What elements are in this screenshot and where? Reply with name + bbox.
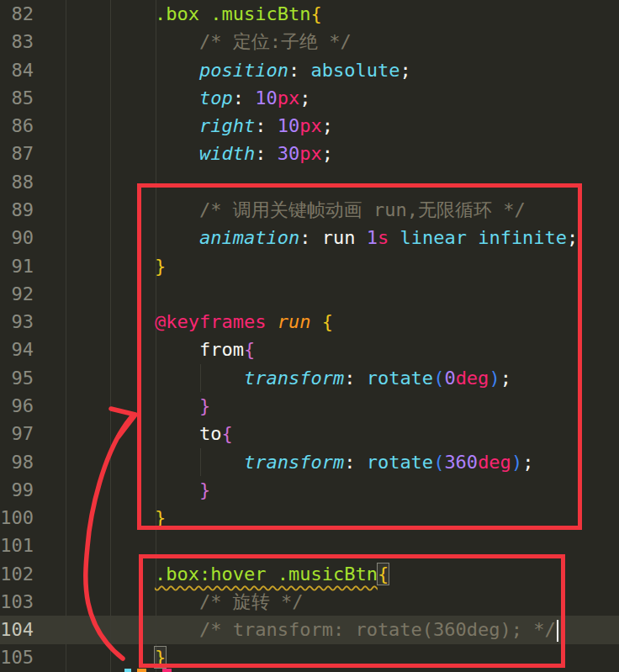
code-token: ; <box>322 143 333 164</box>
code-token: /* 定位:子绝 */ <box>199 31 352 52</box>
code-line-content: .box .musicBtn{ <box>34 0 619 28</box>
code-token <box>66 87 199 108</box>
line-number[interactable]: 105 <box>0 643 34 671</box>
code-line-content: right: 10px; <box>34 112 619 140</box>
code-line[interactable]: 82 .box .musicBtn{ <box>0 0 619 28</box>
code-line[interactable]: 84 position: absolute; <box>0 56 619 84</box>
line-number[interactable]: 84 <box>0 56 34 84</box>
line-number[interactable]: 93 <box>0 308 34 336</box>
code-line[interactable]: 85 top: 10px; <box>0 84 619 112</box>
code-token: : <box>255 115 278 136</box>
line-number[interactable]: 104 <box>0 616 34 643</box>
line-number[interactable]: 102 <box>0 560 34 588</box>
code-token <box>66 115 199 136</box>
line-number[interactable]: 96 <box>0 392 34 420</box>
code-token: absolute <box>310 60 399 81</box>
code-token: top <box>199 87 233 108</box>
code-token: .box .musicBtn <box>155 3 310 24</box>
annotation-rect-1 <box>137 183 582 530</box>
code-token: right <box>199 115 255 136</box>
line-number[interactable]: 97 <box>0 420 34 447</box>
line-number[interactable]: 82 <box>0 0 34 28</box>
partial-glyph-fragment <box>162 669 172 672</box>
line-number[interactable]: 98 <box>0 448 34 476</box>
code-token: 30 <box>278 143 300 164</box>
code-token: : <box>233 87 256 108</box>
line-number[interactable]: 88 <box>0 168 34 196</box>
code-token: position <box>199 60 288 81</box>
code-token: px <box>299 143 322 164</box>
code-token: ; <box>399 60 410 81</box>
line-number[interactable]: 85 <box>0 84 34 112</box>
code-token: { <box>310 3 321 24</box>
line-number[interactable]: 86 <box>0 112 34 140</box>
code-token: px <box>278 87 300 108</box>
code-token: 10 <box>255 87 278 108</box>
code-line-content: width: 30px; <box>34 140 619 167</box>
code-line[interactable]: 83 /* 定位:子绝 */ <box>0 28 619 56</box>
line-number[interactable]: 87 <box>0 140 34 167</box>
code-token <box>66 31 199 52</box>
annotation-rect-2 <box>139 554 565 668</box>
code-token: width <box>199 143 255 164</box>
code-line-content: /* 定位:子绝 */ <box>34 28 619 56</box>
line-number[interactable]: 92 <box>0 280 34 308</box>
code-line[interactable]: 87 width: 30px; <box>0 140 619 167</box>
code-token <box>66 143 199 164</box>
code-token <box>66 60 199 81</box>
line-number[interactable]: 101 <box>0 532 34 559</box>
editor-screenshot: { "palette":{ "bg":"#282822","gutterText… <box>0 0 619 672</box>
code-token <box>66 3 155 24</box>
line-number[interactable]: 91 <box>0 252 34 280</box>
code-token: 10 <box>278 115 300 136</box>
code-token: ; <box>299 87 310 108</box>
partial-glyph-fragment <box>124 669 131 672</box>
line-number[interactable]: 94 <box>0 336 34 363</box>
line-number[interactable]: 95 <box>0 364 34 392</box>
line-number[interactable]: 83 <box>0 28 34 56</box>
code-line-content: top: 10px; <box>34 84 619 112</box>
code-token: : <box>288 60 311 81</box>
line-number[interactable]: 100 <box>0 504 34 532</box>
code-token: px <box>299 115 322 136</box>
code-token: ; <box>322 115 333 136</box>
line-number[interactable]: 90 <box>0 224 34 251</box>
line-number[interactable]: 99 <box>0 476 34 504</box>
code-editor: 82 .box .musicBtn{83 /* 定位:子绝 */84 posit… <box>0 0 619 672</box>
line-number[interactable]: 89 <box>0 196 34 224</box>
code-token: : <box>255 143 278 164</box>
partial-glyph-fragment <box>137 669 146 672</box>
code-line-content: position: absolute; <box>34 56 619 84</box>
line-number[interactable]: 103 <box>0 588 34 616</box>
code-line[interactable]: 86 right: 10px; <box>0 112 619 140</box>
